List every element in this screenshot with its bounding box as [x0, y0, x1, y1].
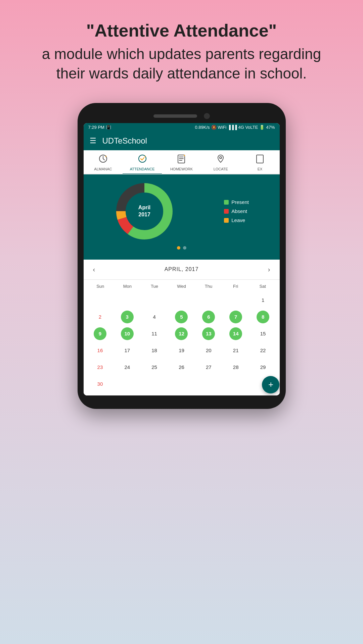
- status-icons: 0.89K/s 🔕 WiFi ▐▐▐ 4G VoLTE 🔋 47%: [195, 125, 275, 130]
- calendar-days-header: Sun Mon Tue Wed Thu Fri Sat: [87, 282, 276, 291]
- table-row: [223, 376, 249, 392]
- tab-homework[interactable]: HOMEWORK: [162, 150, 201, 174]
- phone-notch: [84, 113, 280, 119]
- legend-present: Present: [224, 199, 249, 205]
- locate-icon: [216, 154, 226, 166]
- tab-ex-label: EX: [258, 167, 263, 171]
- table-row[interactable]: 14: [223, 326, 249, 342]
- table-row: [114, 376, 140, 392]
- table-row: [114, 292, 140, 308]
- tab-locate[interactable]: LOCATE: [201, 150, 240, 174]
- day-wed: Wed: [168, 282, 195, 291]
- day-thu: Thu: [195, 282, 222, 291]
- table-row[interactable]: 7: [223, 309, 249, 325]
- table-row: [87, 292, 114, 308]
- absent-label: Absent: [231, 208, 247, 214]
- tab-ex[interactable]: EX: [240, 150, 280, 174]
- app-title: UDTeSchool: [102, 136, 147, 146]
- table-row[interactable]: 26: [168, 359, 195, 375]
- table-row[interactable]: 30: [87, 376, 114, 392]
- headline: "Attentive Attendance": [27, 20, 336, 41]
- tab-almanac[interactable]: ALMANAC: [84, 150, 123, 174]
- tab-attendance[interactable]: ATTENDANCE: [123, 150, 162, 174]
- table-row[interactable]: 5: [168, 309, 195, 325]
- next-month-button[interactable]: ›: [265, 264, 274, 275]
- table-row[interactable]: 24: [114, 359, 140, 375]
- phone-camera: [204, 113, 210, 119]
- table-row[interactable]: 10: [114, 326, 140, 342]
- tab-attendance-label: ATTENDANCE: [130, 167, 155, 171]
- table-row[interactable]: 22: [250, 342, 276, 359]
- table-row: [168, 292, 195, 308]
- table-row[interactable]: 19: [168, 342, 195, 359]
- table-row: [141, 292, 168, 308]
- calendar-grid: Sun Mon Tue Wed Thu Fri Sat: [84, 280, 280, 395]
- chart-row: April 2017 Present Absent Lea: [90, 181, 274, 241]
- legend-leave: Leave: [224, 217, 249, 223]
- carousel-dot-2[interactable]: [183, 246, 186, 250]
- prev-month-button[interactable]: ‹: [90, 264, 99, 275]
- table-row[interactable]: 13: [195, 326, 222, 342]
- app-header: ☰ UDTeSchool: [84, 131, 280, 150]
- phone-frame: 7:29 PM 📳 0.89K/s 🔕 WiFi ▐▐▐ 4G VoLTE 🔋 …: [78, 103, 286, 409]
- chart-legend: Present Absent Leave: [224, 199, 249, 223]
- absent-dot: [224, 209, 229, 214]
- table-row[interactable]: 28: [223, 359, 249, 375]
- calendar-cells: 1 2 3 4 5 6 7 8 9 10 11 12 13 14 15: [87, 292, 276, 392]
- subheadline: a module which updates parents regarding…: [27, 44, 336, 83]
- table-row[interactable]: 8: [250, 309, 276, 325]
- donut-center-text: April 2017: [138, 204, 150, 218]
- donut-chart: April 2017: [114, 181, 175, 241]
- day-tue: Tue: [141, 282, 168, 291]
- table-row[interactable]: 11: [141, 326, 168, 342]
- ex-icon: [255, 154, 265, 166]
- table-row[interactable]: 25: [141, 359, 168, 375]
- present-dot: [224, 200, 229, 205]
- table-row[interactable]: 27: [195, 359, 222, 375]
- almanac-icon: [98, 154, 108, 166]
- tab-almanac-label: ALMANAC: [94, 167, 112, 171]
- table-row[interactable]: 2: [87, 309, 114, 325]
- table-row: [195, 292, 222, 308]
- table-row[interactable]: 20: [195, 342, 222, 359]
- table-row: [141, 376, 168, 392]
- legend-absent: Absent: [224, 208, 249, 214]
- table-row[interactable]: 17: [114, 342, 140, 359]
- day-fri: Fri: [222, 282, 249, 291]
- table-row[interactable]: 9: [87, 326, 114, 342]
- calendar-title: APRIL, 2017: [165, 266, 199, 272]
- table-row[interactable]: 23: [87, 359, 114, 375]
- table-row[interactable]: 12: [168, 326, 195, 342]
- table-row[interactable]: 15: [250, 326, 276, 342]
- carousel-dot-1[interactable]: [177, 246, 180, 250]
- tab-homework-label: HOMEWORK: [170, 167, 193, 171]
- day-sun: Sun: [87, 282, 114, 291]
- table-row[interactable]: 6: [195, 309, 222, 325]
- table-row[interactable]: 3: [114, 309, 140, 325]
- calendar-nav: ‹ APRIL, 2017 ›: [84, 260, 280, 280]
- phone-speaker: [153, 114, 197, 118]
- table-row: [223, 292, 249, 308]
- hamburger-menu[interactable]: ☰: [90, 137, 96, 145]
- table-row[interactable]: 1: [250, 292, 276, 308]
- table-row[interactable]: 18: [141, 342, 168, 359]
- table-row[interactable]: 4: [141, 309, 168, 325]
- table-row: [195, 376, 222, 392]
- day-mon: Mon: [114, 282, 141, 291]
- attendance-chart-section: April 2017 Present Absent Lea: [84, 174, 280, 260]
- homework-icon: [176, 154, 186, 166]
- day-sat: Sat: [249, 282, 276, 291]
- fab-add-button[interactable]: +: [262, 376, 279, 393]
- table-row[interactable]: 16: [87, 342, 114, 359]
- svg-rect-4: [257, 155, 263, 163]
- present-label: Present: [231, 199, 249, 205]
- calendar-section: ‹ APRIL, 2017 › Sun Mon Tue Wed Thu Fri …: [84, 260, 280, 395]
- leave-dot: [224, 218, 229, 223]
- table-row: +: [250, 376, 276, 392]
- page-header: "Attentive Attendance" a module which up…: [0, 20, 363, 83]
- table-row[interactable]: 29: [250, 359, 276, 375]
- table-row[interactable]: 21: [223, 342, 249, 359]
- svg-point-3: [220, 157, 222, 159]
- phone-screen: 7:29 PM 📳 0.89K/s 🔕 WiFi ▐▐▐ 4G VoLTE 🔋 …: [84, 123, 280, 395]
- status-time: 7:29 PM 📳: [88, 125, 111, 130]
